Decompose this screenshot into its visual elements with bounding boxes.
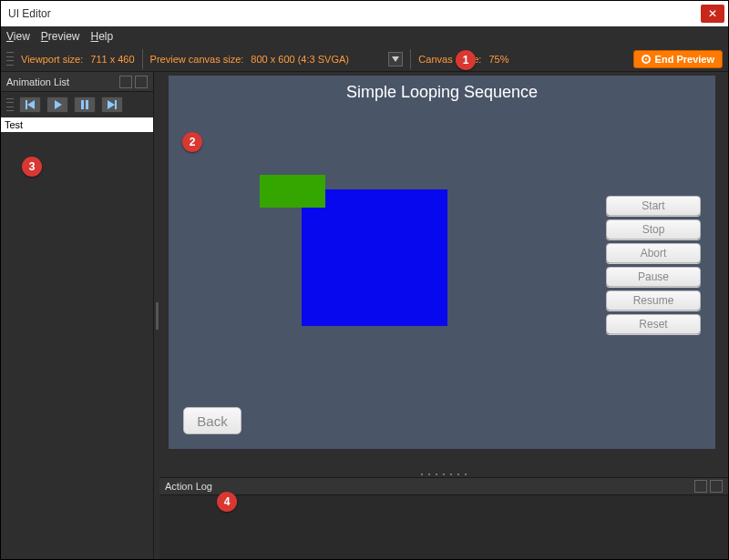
menu-bar: View Preview Help bbox=[1, 26, 728, 46]
skip-start-button[interactable] bbox=[19, 97, 41, 113]
separator-icon bbox=[410, 49, 411, 69]
action-log-title-bar: Action Log bbox=[159, 477, 728, 495]
viewport-size-label: Viewport size: bbox=[21, 54, 83, 65]
svg-marker-0 bbox=[392, 56, 399, 62]
play-button[interactable] bbox=[46, 97, 68, 113]
preview-canvas: Simple Looping Sequence Start Stop Abort… bbox=[169, 76, 715, 449]
panel-undock-icon[interactable] bbox=[119, 76, 132, 88]
menu-help[interactable]: Help bbox=[91, 30, 114, 43]
svg-rect-1 bbox=[26, 100, 27, 109]
canvas-size-value: 800 x 600 (4:3 SVGA) bbox=[251, 54, 383, 65]
action-log-body bbox=[159, 495, 728, 559]
canvas-title: Simple Looping Sequence bbox=[169, 83, 715, 102]
stop-button[interactable]: Stop bbox=[606, 219, 701, 239]
back-button[interactable]: Back bbox=[183, 407, 241, 434]
abort-button[interactable]: Abort bbox=[606, 243, 701, 263]
panel-close-icon[interactable] bbox=[135, 76, 148, 88]
callout-3: 3 bbox=[22, 157, 42, 177]
svg-marker-2 bbox=[27, 100, 35, 109]
center-column: Simple Looping Sequence Start Stop Abort… bbox=[159, 72, 728, 559]
callout-2: 2 bbox=[182, 132, 202, 152]
menu-preview[interactable]: Preview bbox=[41, 30, 80, 43]
panel-close-icon[interactable] bbox=[710, 480, 723, 493]
chevron-down-icon bbox=[388, 52, 403, 66]
stop-icon bbox=[642, 55, 651, 64]
list-item[interactable]: Test bbox=[1, 117, 153, 132]
green-rect bbox=[260, 175, 325, 208]
svg-rect-7 bbox=[115, 100, 117, 109]
canvas-size-select[interactable]: 800 x 600 (4:3 SVGA) bbox=[251, 52, 403, 66]
start-button[interactable]: Start bbox=[606, 196, 701, 216]
end-preview-button[interactable]: End Preview bbox=[633, 50, 723, 68]
pause-button[interactable]: Pause bbox=[606, 267, 701, 287]
toolbar-grip-icon bbox=[6, 51, 14, 67]
window-titlebar: UI Editor ✕ bbox=[1, 1, 728, 26]
animation-toolbar bbox=[1, 92, 153, 117]
reset-button[interactable]: Reset bbox=[606, 314, 701, 334]
blue-square bbox=[302, 189, 447, 326]
svg-rect-4 bbox=[81, 100, 84, 109]
callout-1: 1 bbox=[456, 50, 476, 70]
close-icon[interactable]: ✕ bbox=[701, 5, 724, 23]
canvas-size-label: Preview canvas size: bbox=[150, 54, 244, 65]
panel-undock-icon[interactable] bbox=[694, 480, 707, 493]
animation-list-panel: Animation List Test bbox=[1, 72, 154, 559]
toolbar: Viewport size: 711 x 460 Preview canvas … bbox=[1, 46, 728, 72]
end-preview-label: End Preview bbox=[655, 54, 714, 65]
callout-4: 4 bbox=[217, 492, 237, 512]
svg-rect-5 bbox=[86, 100, 88, 109]
canvas-button-stack: Start Stop Abort Pause Resume Reset bbox=[606, 196, 701, 334]
viewport-size-value: 711 x 460 bbox=[90, 54, 134, 65]
action-log-title: Action Log bbox=[165, 481, 212, 492]
svg-marker-3 bbox=[55, 100, 62, 109]
separator-icon bbox=[142, 49, 143, 69]
main-content: Animation List Test bbox=[1, 72, 728, 559]
svg-marker-6 bbox=[108, 100, 115, 109]
animation-list-title-bar: Animation List bbox=[1, 72, 153, 92]
toolbar-grip-icon bbox=[6, 97, 14, 113]
resume-button[interactable]: Resume bbox=[606, 290, 701, 311]
animation-list[interactable]: Test bbox=[1, 117, 153, 559]
preview-area: Simple Looping Sequence Start Stop Abort… bbox=[159, 72, 728, 472]
skip-end-button[interactable] bbox=[101, 97, 123, 113]
animation-list-title: Animation List bbox=[6, 76, 69, 87]
canvas-scale-value: 75% bbox=[488, 54, 508, 65]
menu-view[interactable]: View bbox=[6, 30, 30, 43]
window-title: UI Editor bbox=[8, 7, 51, 20]
pause-button[interactable] bbox=[74, 97, 96, 113]
